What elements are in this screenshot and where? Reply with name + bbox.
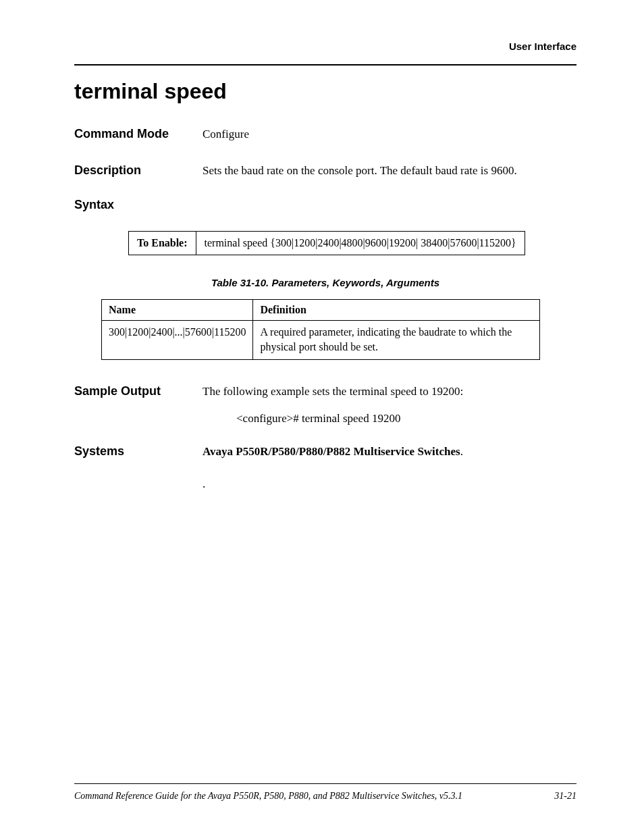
param-row-definition: A required parameter, indicating the bau… (253, 321, 540, 360)
syntax-enable-row: To Enable: terminal speed {300|1200|2400… (129, 232, 525, 255)
param-row-name: 300|1200|2400|...|57600|115200 (102, 321, 253, 360)
footer-divider (74, 783, 576, 784)
param-header-definition: Definition (253, 300, 540, 321)
sample-output-row: Sample Output The following example sets… (74, 383, 576, 400)
page-title: terminal speed (74, 79, 576, 104)
header-divider (74, 64, 576, 66)
command-mode-row: Command Mode Configure (74, 126, 576, 143)
header-section: User Interface (74, 41, 576, 52)
description-value: Sets the baud rate on the console port. … (203, 162, 517, 180)
param-table-caption: Table 31-10. Parameters, Keywords, Argum… (74, 277, 576, 288)
description-row: Description Sets the baud rate on the co… (74, 162, 576, 180)
syntax-table: To Enable: terminal speed {300|1200|2400… (128, 231, 525, 255)
footer-row: Command Reference Guide for the Avaya P5… (74, 791, 576, 802)
syntax-enable-label: To Enable: (129, 232, 196, 255)
param-table: Name Definition 300|1200|2400|...|57600|… (101, 299, 540, 360)
systems-value: Avaya P550R/P580/P880/P882 Multiservice … (203, 445, 463, 459)
syntax-enable-value: terminal speed {300|1200|2400|4800|9600|… (196, 232, 525, 255)
footer-text: Command Reference Guide for the Avaya P5… (74, 791, 462, 802)
trailing-dot: . (203, 477, 576, 491)
syntax-label: Syntax (74, 198, 576, 212)
param-header-name: Name (102, 300, 253, 321)
systems-label: Systems (74, 444, 203, 459)
description-label: Description (74, 163, 203, 178)
command-mode-value: Configure (203, 126, 249, 143)
param-table-row: 300|1200|2400|...|57600|115200 A require… (102, 321, 540, 360)
sample-output-intro: The following example sets the terminal … (203, 383, 463, 400)
footer: Command Reference Guide for the Avaya P5… (74, 783, 576, 802)
param-table-header-row: Name Definition (102, 300, 540, 321)
systems-row: Systems Avaya P550R/P580/P880/P882 Multi… (74, 444, 576, 459)
sample-output-code: <configure># terminal speed 19200 (236, 412, 576, 425)
command-mode-label: Command Mode (74, 127, 203, 141)
sample-output-label: Sample Output (74, 384, 203, 398)
footer-page: 31-21 (554, 791, 576, 802)
